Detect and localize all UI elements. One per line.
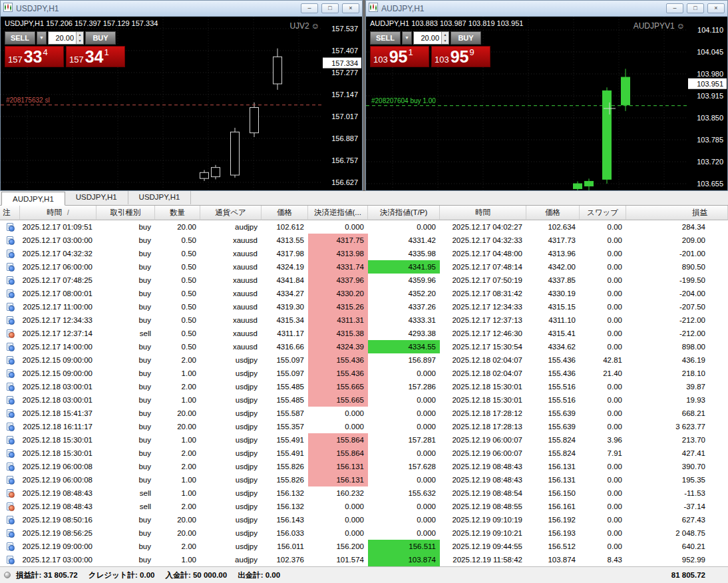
sell-button[interactable]: SELL: [370, 31, 401, 45]
charts-region: USDJPY,H1 – □ × 157.537157.407157.277157…: [0, 0, 728, 191]
cell-type: buy: [96, 247, 155, 260]
history-tab-usdjpy-h1[interactable]: USDJPY,H1: [65, 190, 128, 204]
candle-body: [250, 108, 259, 133]
candle-body: [574, 184, 582, 189]
window-titlebar[interactable]: AUDJPY,H1 – □ ×: [366, 1, 727, 17]
buy-button[interactable]: BUY: [85, 31, 116, 45]
volume-input[interactable]: 20.00 ▲▼: [413, 31, 449, 45]
cell-vol: 2.00: [155, 380, 200, 393]
spinner-up-icon[interactable]: ▲: [77, 32, 83, 38]
cell-p2: 156.150: [526, 486, 580, 500]
column-header-icon[interactable]: 注: [0, 206, 20, 220]
buy-price-display[interactable]: 157341: [66, 46, 125, 67]
cell-tp: 157.628: [368, 460, 440, 473]
restore-button[interactable]: □: [321, 3, 339, 13]
history-row[interactable]: 2025.12.18 03:00:01buy1.00usdjpy155.4851…: [0, 393, 728, 407]
cell-sym: usdjpy: [200, 420, 262, 433]
price-axis-label: 103.785: [697, 136, 723, 144]
spinner-up-icon[interactable]: ▲: [442, 32, 449, 38]
history-row[interactable]: 2025.12.17 06:00:00buy0.50xauusd4324.194…: [0, 260, 728, 274]
chart-area[interactable]: 157.537157.407157.277157.147157.017156.8…: [1, 17, 362, 190]
history-row[interactable]: 2025.12.19 08:48:43sell1.00usdjpy156.132…: [0, 486, 728, 500]
history-row[interactable]: 2025.12.15 09:00:00buy1.00usdjpy155.0971…: [0, 367, 728, 380]
buy-button[interactable]: BUY: [451, 31, 481, 45]
history-row[interactable]: 2025.12.17 01:09:51buy20.00audjpy102.612…: [0, 220, 728, 234]
history-row[interactable]: 2025.12.19 09:00:00buy2.00usdjpy156.0111…: [0, 540, 728, 553]
history-row[interactable]: 2025.12.19 06:00:08buy2.00usdjpy155.8261…: [0, 460, 728, 473]
column-header-tp[interactable]: 決済指値(T/P): [368, 206, 440, 220]
cell-tp: 0.000: [368, 220, 440, 234]
cell-sl: 156.131: [308, 473, 368, 486]
cell-sl: 155.864: [308, 447, 368, 460]
sell-price-display[interactable]: 157334: [5, 46, 64, 67]
column-header-sl[interactable]: 決済逆指値(...: [308, 206, 368, 220]
spinner-down-icon[interactable]: ▼: [77, 38, 83, 44]
spinner-down-icon[interactable]: ▼: [442, 38, 449, 44]
history-row[interactable]: 2025.12.18 03:00:01buy2.00usdjpy155.4851…: [0, 380, 728, 393]
history-row[interactable]: 2025.12.17 08:00:01buy0.50xauusd4334.274…: [0, 287, 728, 300]
history-row[interactable]: 2025.12.17 03:00:00buy1.00audjpy102.3761…: [0, 553, 728, 566]
cell-tp: 4333.31: [368, 313, 440, 327]
cell-t2: 2025.12.19 11:58:42: [440, 553, 526, 566]
column-header-t1[interactable]: 時間/: [20, 206, 96, 220]
column-label: 決済逆指値(...: [314, 208, 361, 218]
history-row[interactable]: 2025.12.19 08:56:25buy20.00usdjpy156.033…: [0, 526, 728, 540]
chart-watermark: AUDJPYV1☺: [634, 21, 685, 31]
cell-sl: 4330.20: [308, 287, 368, 300]
history-row[interactable]: 2025.12.17 12:37:14sell0.50xauusd4311.17…: [0, 327, 728, 340]
sell-price-display[interactable]: 103951: [370, 46, 429, 67]
history-row[interactable]: 2025.12.18 15:30:01buy2.00usdjpy155.4911…: [0, 447, 728, 460]
history-table: 注時間/取引種別数量通貨ペア価格決済逆指値(...決済指値(T/P)時間価格スワ…: [0, 206, 728, 566]
history-row[interactable]: 2025.12.17 12:34:33buy0.50xauusd4315.344…: [0, 313, 728, 327]
history-row[interactable]: 2025.12.17 11:00:00buy0.50xauusd4319.304…: [0, 300, 728, 313]
minimize-button[interactable]: –: [666, 3, 683, 13]
volume-stepper[interactable]: ▲▼: [441, 32, 449, 44]
position-line-label: #208207604 buy 1.00: [371, 97, 436, 104]
cell-p1: 155.826: [262, 473, 308, 486]
column-header-swap[interactable]: スワップ: [580, 206, 626, 220]
cell-swap: 0.00: [580, 500, 626, 513]
close-button[interactable]: ×: [707, 3, 725, 13]
volume-dropdown[interactable]: ▼: [402, 31, 412, 45]
history-row[interactable]: 2025.12.17 03:00:00buy0.50xauusd4313.554…: [0, 234, 728, 247]
column-header-p2[interactable]: 価格: [526, 206, 580, 220]
buy-price-display[interactable]: 103959: [431, 46, 490, 67]
cell-profit: 209.00: [626, 234, 728, 247]
column-header-sym[interactable]: 通貨ペア: [200, 206, 262, 220]
volume-dropdown[interactable]: ▼: [37, 31, 47, 45]
cell-swap: 8.43: [580, 553, 626, 566]
history-row[interactable]: 2025.12.19 08:50:16buy20.00usdjpy156.143…: [0, 513, 728, 526]
chart-area[interactable]: 104.110104.045103.980103.915103.850103.7…: [366, 17, 727, 190]
sell-button[interactable]: SELL: [5, 31, 35, 45]
history-row[interactable]: 2025.12.17 04:32:32buy0.50xauusd4317.984…: [0, 247, 728, 260]
history-tab-usdjpy-h1[interactable]: USDJPY,H1: [128, 190, 192, 204]
column-header-type[interactable]: 取引種別: [96, 206, 155, 220]
history-tab-audjpy-h1[interactable]: AUDJPY,H1: [1, 192, 65, 206]
history-row[interactable]: 2025.12.18 16:11:17buy20.00usdjpy155.357…: [0, 420, 728, 433]
cell-p2: 4315.41: [526, 327, 580, 340]
history-row[interactable]: 2025.12.18 15:30:01buy1.00usdjpy155.4911…: [0, 433, 728, 447]
window-titlebar[interactable]: USDJPY,H1 – □ ×: [1, 1, 362, 17]
history-row[interactable]: 2025.12.17 14:00:00buy0.50xauusd4316.664…: [0, 340, 728, 353]
position-line-label: #208175632 sl: [6, 97, 50, 104]
column-header-profit[interactable]: 損益: [626, 206, 728, 220]
column-header-vol[interactable]: 数量: [155, 206, 200, 220]
volume-input[interactable]: 20.00 ▲▼: [48, 31, 84, 45]
sort-indicator-icon: /: [67, 209, 69, 216]
cell-profit: 668.21: [626, 407, 728, 420]
column-header-t2[interactable]: 時間: [440, 206, 526, 220]
history-row[interactable]: 2025.12.19 06:00:08buy1.00usdjpy155.8261…: [0, 473, 728, 486]
history-row[interactable]: 2025.12.17 07:48:25buy0.50xauusd4341.844…: [0, 274, 728, 287]
history-row[interactable]: 2025.12.19 08:48:43sell2.00usdjpy156.132…: [0, 500, 728, 513]
cell-swap: 0.00: [580, 460, 626, 473]
history-row[interactable]: 2025.12.18 15:41:37buy20.00usdjpy155.587…: [0, 407, 728, 420]
column-label: 時間: [475, 208, 490, 218]
cell-icon: [0, 393, 20, 407]
account-balance: 81 805.72: [671, 571, 728, 579]
volume-stepper[interactable]: ▲▼: [76, 32, 83, 44]
minimize-button[interactable]: –: [301, 3, 318, 13]
restore-button[interactable]: □: [687, 3, 704, 13]
close-button[interactable]: ×: [342, 3, 359, 13]
column-header-p1[interactable]: 価格: [262, 206, 308, 220]
history-row[interactable]: 2025.12.15 09:00:00buy2.00usdjpy155.0971…: [0, 353, 728, 367]
